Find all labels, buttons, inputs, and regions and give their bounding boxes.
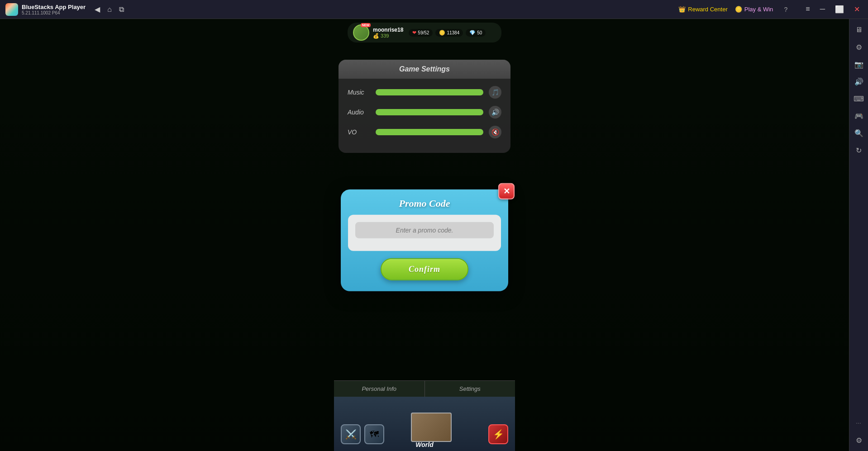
app-info: BlueStacks App Player 5.21.111.1002 P64: [22, 4, 86, 15]
user-bar: NEW moonrise18 💰 339 ❤ 59/52 🪙 11384: [348, 23, 501, 43]
hp-bar: ❤ 59/52: [409, 29, 433, 37]
vo-icon[interactable]: 🔇: [489, 126, 501, 138]
world-section: ⚔️ 🗺 World ⚡: [334, 397, 515, 451]
help-button[interactable]: ?: [780, 4, 791, 15]
play-win-button[interactable]: 🪙 Play & Win: [735, 6, 773, 13]
gems-display: 50: [477, 30, 482, 35]
promo-confirm-button[interactable]: Confirm: [381, 258, 468, 280]
game-settings-panel: Game Settings Music 🎵 Audio 🔊 VO 🔇: [339, 60, 510, 153]
promo-input-area: [348, 214, 501, 251]
world-icon-3[interactable]: ⚡: [488, 424, 508, 444]
settings-title: Game Settings: [399, 65, 450, 73]
world-label: World: [334, 441, 515, 448]
titlebar-right: 👑 Reward Center 🪙 Play & Win ? ≡ ─ ⬜ ✕: [678, 4, 863, 15]
user-extra: 💰 339: [373, 33, 403, 39]
minimize-button[interactable]: ─: [817, 4, 828, 14]
sidebar-display-icon[interactable]: 🖥: [852, 23, 866, 37]
audio-slider[interactable]: [376, 109, 483, 115]
back-button[interactable]: ◀: [95, 5, 100, 14]
sidebar-keyboard-icon[interactable]: ⌨: [852, 91, 866, 106]
menu-button[interactable]: ≡: [803, 4, 812, 14]
world-icons-right: ⚡: [488, 424, 508, 444]
new-badge: NEW: [361, 23, 371, 27]
stats-bar: ❤ 59/52 🪙 11384 💎 50: [409, 29, 486, 37]
promo-close-button[interactable]: ✕: [498, 183, 515, 199]
audio-icon[interactable]: 🔊: [489, 106, 501, 119]
nav-controls: ◀ ⌂ ⧉: [95, 5, 124, 14]
settings-tab[interactable]: Settings: [425, 381, 515, 397]
coin-icon: 💰: [373, 33, 379, 38]
username: moonrise18: [373, 27, 403, 33]
promo-dialog: ✕ Promo Code Confirm: [341, 189, 508, 291]
app-version: 5.21.111.1002 P64: [22, 10, 86, 15]
music-slider[interactable]: [376, 89, 483, 95]
music-label: Music: [348, 89, 370, 96]
user-extra-val: 339: [381, 33, 389, 38]
titlebar: BlueStacks App Player 5.21.111.1002 P64 …: [0, 0, 868, 19]
bottom-tabs: Personal Info Settings: [334, 380, 515, 397]
user-avatar-wrapper: NEW: [353, 24, 369, 41]
play-win-icon: 🪙: [735, 6, 742, 13]
music-row: Music 🎵: [348, 86, 501, 99]
game-area: NEW moonrise18 💰 339 ❤ 59/52 🪙 11384: [0, 19, 849, 451]
sidebar-zoom-icon[interactable]: 🔍: [852, 126, 866, 140]
promo-title: Promo Code: [341, 189, 508, 214]
window-controls: ≡ ─ ⬜ ✕: [803, 4, 863, 14]
audio-row: Audio 🔊: [348, 106, 501, 119]
reward-center-label: Reward Center: [688, 6, 727, 13]
gems-bar: 💎 50: [466, 29, 486, 37]
close-button[interactable]: ✕: [851, 4, 863, 14]
personal-info-tab[interactable]: Personal Info: [334, 381, 425, 397]
promo-code-input[interactable]: [355, 222, 494, 238]
audio-label: Audio: [348, 109, 370, 116]
vo-label: VO: [348, 128, 370, 136]
right-sidebar: 🖥 ⚙ 📷 🔊 ⌨ 🎮 🔍 ↻ ··· ⚙: [849, 19, 868, 451]
user-info: moonrise18 💰 339: [373, 27, 403, 39]
sidebar-gear-icon[interactable]: ⚙: [852, 433, 866, 447]
vo-slider[interactable]: [376, 129, 483, 135]
maximize-button[interactable]: ⬜: [832, 4, 847, 14]
sidebar-camera-icon[interactable]: 📷: [852, 57, 866, 71]
reward-center-button[interactable]: 👑 Reward Center: [678, 6, 727, 13]
sidebar-volume-icon[interactable]: 🔊: [852, 74, 866, 89]
sidebar-gamepad-icon[interactable]: 🎮: [852, 109, 866, 123]
coins-display: 11384: [447, 30, 459, 35]
world-map[interactable]: [411, 413, 452, 442]
game-panel: NEW moonrise18 💰 339 ❤ 59/52 🪙 11384: [334, 19, 515, 451]
play-win-label: Play & Win: [744, 6, 773, 13]
tabs-button[interactable]: ⧉: [119, 5, 124, 14]
home-button[interactable]: ⌂: [107, 5, 112, 14]
sidebar-settings-icon[interactable]: ⚙: [852, 40, 866, 54]
reward-icon: 👑: [678, 6, 686, 13]
hp-display: 59/52: [418, 30, 429, 35]
vo-row: VO 🔇: [348, 126, 501, 138]
settings-body: Music 🎵 Audio 🔊 VO 🔇: [339, 79, 510, 153]
music-icon[interactable]: 🎵: [489, 86, 501, 99]
app-logo: [5, 3, 18, 16]
settings-header: Game Settings: [339, 60, 510, 79]
sidebar-more-icon[interactable]: ···: [852, 416, 866, 430]
app-name: BlueStacks App Player: [22, 4, 86, 10]
sidebar-rotate-icon[interactable]: ↻: [852, 143, 866, 157]
coins-bar: 🪙 11384: [435, 29, 463, 37]
